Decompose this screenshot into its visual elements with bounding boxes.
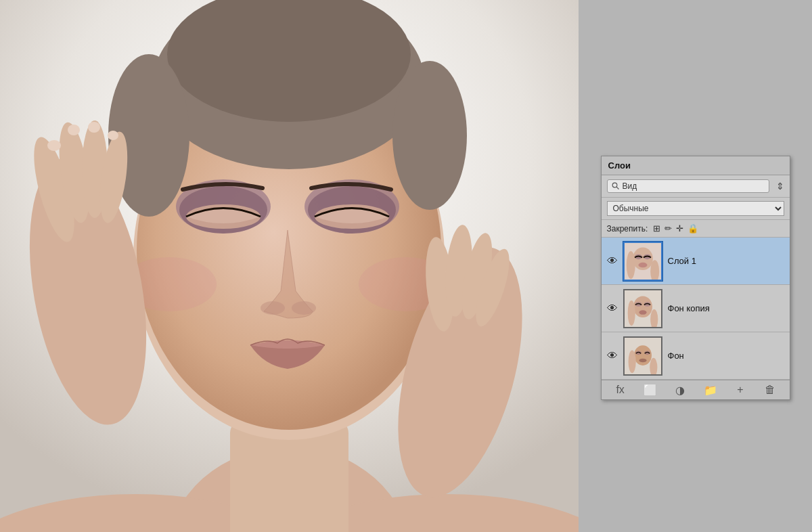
layers-panel: Слои ⇕ Обычные Закрепить: ⊞ ✏ (601, 156, 790, 400)
layer-3-thumbnail (623, 336, 662, 376)
lock-all-icon[interactable]: 🔒 (687, 223, 698, 234)
layer-3-visibility-icon[interactable]: 👁 (607, 350, 618, 362)
add-mask-icon[interactable]: ⬜ (644, 383, 657, 397)
layer-2-name: Фон копия (668, 303, 784, 313)
filter-dropdown-arrow[interactable]: ⇕ (776, 181, 784, 192)
svg-point-58 (628, 350, 635, 373)
search-input[interactable] (623, 181, 677, 191)
layers-panel-header: Слои (602, 156, 790, 175)
layer-2-thumbnail (623, 289, 662, 328)
new-layer-icon[interactable]: + (734, 383, 747, 397)
layer-1-thumbnail (623, 242, 662, 281)
fx-icon[interactable]: fx (614, 383, 627, 397)
svg-point-34 (68, 125, 80, 135)
layer-item-1[interactable]: 👁 Слой 1 (602, 238, 790, 285)
search-icon (612, 182, 620, 190)
lock-row: Закрепить: ⊞ ✏ ✛ 🔒 (602, 220, 790, 238)
image-canvas (0, 0, 579, 532)
delete-layer-icon[interactable]: 🗑 (763, 383, 777, 397)
svg-point-33 (47, 140, 61, 151)
svg-point-50 (639, 310, 646, 315)
lock-icons-group: ⊞ ✏ ✛ 🔒 (653, 223, 698, 234)
lock-paint-icon[interactable]: ✏ (664, 223, 672, 234)
search-input-wrapper[interactable] (607, 179, 769, 193)
layers-panel-title: Слои (608, 160, 631, 171)
layer-1-thumb-svg (625, 243, 661, 280)
layer-3-name: Фон (668, 351, 784, 361)
svg-point-57 (639, 358, 646, 362)
canvas-area (0, 0, 579, 532)
layer-item-3[interactable]: 👁 Фон (602, 332, 790, 380)
layer-2-thumb-svg (625, 290, 661, 327)
svg-point-19 (261, 301, 285, 315)
svg-point-35 (88, 122, 100, 133)
blend-mode-select[interactable]: Обычные (607, 201, 784, 216)
blend-mode-row: Обычные (602, 198, 790, 220)
layer-item-2[interactable]: 👁 Фон копия (602, 285, 790, 332)
svg-point-12 (392, 61, 467, 210)
new-group-icon[interactable]: 📁 (704, 383, 717, 397)
layer-3-thumb-svg (625, 338, 661, 374)
svg-point-44 (626, 251, 635, 279)
svg-point-54 (633, 345, 651, 365)
panel-bottom-bar: fx ⬜ ◑ 📁 + 🗑 (602, 380, 790, 399)
right-panel: Слои ⇕ Обычные Закрепить: ⊞ ✏ (579, 0, 812, 532)
lock-position-icon[interactable]: ✛ (676, 223, 683, 234)
lock-label: Закрепить: (607, 224, 648, 234)
svg-point-37 (612, 183, 617, 187)
svg-line-38 (616, 187, 618, 189)
layer-1-visibility-icon[interactable]: 👁 (607, 255, 618, 267)
layer-1-name: Слой 1 (668, 256, 784, 266)
adjustment-icon[interactable]: ◑ (673, 383, 687, 397)
svg-point-43 (638, 262, 647, 267)
svg-point-51 (627, 300, 635, 325)
svg-point-36 (108, 131, 118, 140)
portrait-svg (0, 0, 579, 532)
layer-2-visibility-icon[interactable]: 👁 (607, 303, 618, 315)
svg-point-20 (292, 301, 316, 315)
lock-transparency-icon[interactable]: ⊞ (653, 223, 660, 234)
layers-search-row: ⇕ (602, 175, 790, 198)
